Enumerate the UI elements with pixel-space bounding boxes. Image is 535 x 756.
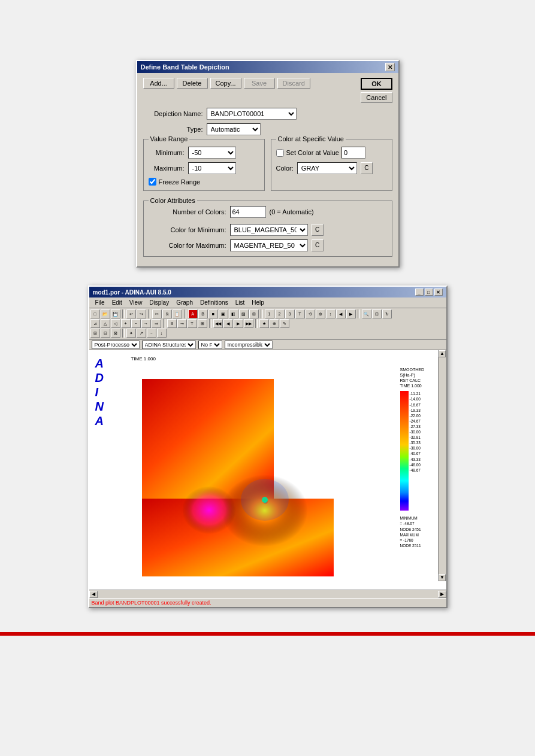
menu-graph[interactable]: Graph	[173, 299, 197, 306]
tb-b[interactable]: B	[198, 309, 208, 318]
tb2-16[interactable]: ★	[259, 319, 269, 328]
tb-copy[interactable]: ⎘	[162, 309, 172, 318]
tb3-6[interactable]: →	[147, 329, 156, 338]
menu-display[interactable]: Display	[146, 299, 173, 306]
add-button[interactable]: Add...	[143, 78, 174, 89]
tb-cut[interactable]: ✂	[152, 309, 162, 318]
tb-g[interactable]: ⊞	[249, 309, 259, 318]
scroll-right-btn[interactable]: ▶	[438, 591, 446, 598]
adina-window: mod1.por - ADINA-AUI 8.5.0 _ □ ✕ File Ed…	[88, 286, 448, 608]
min-color-select[interactable]: BLUE_MAGENTA_50	[230, 224, 308, 236]
tb-5[interactable]: ⟲	[306, 309, 315, 318]
tb-zoom[interactable]: 🔍	[362, 309, 371, 318]
scrollbar-horizontal[interactable]: ◀ ▶	[89, 590, 446, 598]
tb2-13[interactable]: ◀	[223, 319, 233, 328]
tb-f[interactable]: ▨	[239, 309, 249, 318]
status-adina-structures[interactable]: ADINA Structures	[142, 341, 196, 349]
freeze-range-row: Freeze Range	[149, 178, 259, 186]
tb2-12[interactable]: ◀◀	[213, 319, 223, 328]
dialog-toolbar: Add... Delete Copy... Save Discard OK Ca…	[143, 78, 392, 103]
set-color-checkbox[interactable]	[276, 149, 284, 157]
min-color-c-button[interactable]: C	[312, 224, 324, 236]
tb2-10[interactable]: T	[188, 319, 197, 328]
tb2-9[interactable]: ⊸	[177, 319, 187, 328]
minimize-button[interactable]: _	[415, 289, 424, 296]
tb-e[interactable]: ◧	[229, 309, 238, 318]
menu-definitions[interactable]: Definitions	[197, 299, 232, 306]
color-c-button[interactable]: C	[361, 162, 373, 174]
tb-new[interactable]: □	[90, 309, 100, 318]
scroll-left-btn[interactable]: ◀	[89, 591, 98, 598]
close-button[interactable]: ✕	[385, 63, 395, 71]
scroll-up-btn[interactable]: ▲	[439, 350, 446, 357]
tb3-7[interactable]: ↓	[157, 329, 167, 338]
tb3-1[interactable]: ⊞	[90, 329, 100, 338]
tb-redo[interactable]: ↪	[137, 309, 146, 318]
tb2-5[interactable]: −	[131, 319, 141, 328]
tb-paste[interactable]: 📋	[173, 309, 182, 318]
tb-7[interactable]: ↕	[326, 309, 335, 318]
tb-1[interactable]: 1	[265, 309, 274, 318]
menu-file[interactable]: File	[92, 299, 108, 306]
menu-edit[interactable]: Edit	[108, 299, 126, 306]
max-color-select[interactable]: MAGENTA_RED_50	[230, 239, 308, 251]
tb-8[interactable]: ◀	[336, 309, 346, 318]
menu-view[interactable]: View	[126, 299, 146, 306]
adina-close-button[interactable]: ✕	[434, 289, 443, 296]
tb2-4[interactable]: +	[121, 319, 131, 328]
tb2-17[interactable]: ⊕	[270, 319, 279, 328]
menu-help[interactable]: Help	[248, 299, 268, 306]
cancel-button[interactable]: Cancel	[361, 92, 392, 103]
tb-a[interactable]: A	[188, 309, 198, 318]
menu-list[interactable]: List	[232, 299, 249, 306]
tb2-2[interactable]: △	[101, 319, 110, 328]
tb3-3[interactable]: ⊠	[111, 329, 120, 338]
tb2-18[interactable]: ✎	[280, 319, 289, 328]
tb-d[interactable]: ▣	[219, 309, 228, 318]
status-no-fi[interactable]: No Fi.	[198, 341, 222, 349]
tb3-2[interactable]: ⊟	[101, 329, 110, 338]
maximum-select[interactable]: -10	[188, 162, 236, 174]
status-post-processor[interactable]: Post-Processor	[92, 341, 140, 349]
tb3-4[interactable]: ✦	[126, 329, 136, 338]
tb-9[interactable]: ▶	[346, 309, 356, 318]
tb2-3[interactable]: ◁	[111, 319, 120, 328]
num-colors-input[interactable]	[230, 206, 266, 218]
tb-3[interactable]: 3	[285, 309, 295, 318]
tb-4[interactable]: T	[295, 309, 305, 318]
minimum-select[interactable]: -50	[188, 147, 236, 159]
freeze-range-checkbox[interactable]	[149, 178, 156, 186]
tb-save[interactable]: 💾	[111, 309, 120, 318]
ok-button[interactable]: OK	[361, 78, 392, 90]
tb-6[interactable]: ⊕	[316, 309, 325, 318]
tb2-14[interactable]: ▶	[234, 319, 243, 328]
tb-undo[interactable]: ↩	[126, 309, 136, 318]
tb-2[interactable]: 2	[275, 309, 285, 318]
type-select[interactable]: Automatic	[207, 123, 261, 135]
tb-rot[interactable]: ↻	[382, 309, 392, 318]
discard-button[interactable]: Discard	[277, 78, 310, 89]
save-button[interactable]: Save	[244, 78, 275, 89]
set-color-value-input[interactable]	[341, 147, 365, 159]
delete-button[interactable]: Delete	[177, 78, 208, 89]
scrollbar-vertical[interactable]: ▲ ▼	[438, 350, 446, 581]
legend-gradient	[400, 391, 409, 511]
tb2-6[interactable]: →	[141, 319, 151, 328]
depiction-name-select[interactable]: BANDPLOT00001	[207, 108, 297, 120]
color-select[interactable]: GRAY	[297, 162, 357, 174]
tb3-5[interactable]: ↗	[137, 329, 146, 338]
maximize-button[interactable]: □	[425, 289, 433, 296]
max-color-c-button[interactable]: C	[312, 239, 324, 251]
tb2-7[interactable]: ⇒	[152, 319, 161, 328]
status-incompressible[interactable]: Incompressible	[225, 341, 273, 349]
tb-open[interactable]: 📂	[101, 309, 110, 318]
tb2-11[interactable]: ⊞	[198, 319, 207, 328]
tb2-8[interactable]: Ⅱ	[167, 319, 177, 328]
tb2-15[interactable]: ▶▶	[244, 319, 253, 328]
scroll-down-btn[interactable]: ▼	[439, 574, 446, 581]
copy-button[interactable]: Copy...	[210, 78, 241, 89]
tb2-1[interactable]: ⊿	[90, 319, 100, 328]
tb-fit[interactable]: ⊡	[372, 309, 382, 318]
tb-c[interactable]: ■	[208, 309, 218, 318]
svg-rect-8	[400, 391, 409, 511]
